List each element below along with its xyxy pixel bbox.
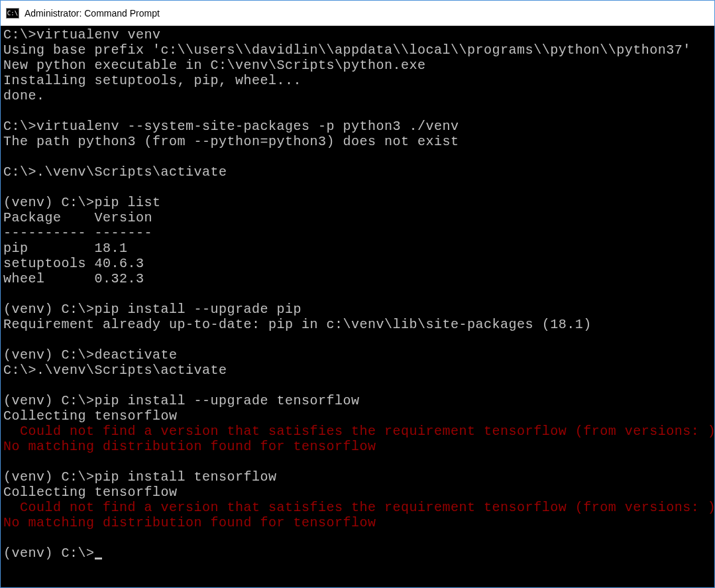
terminal-output[interactable]: C:\>virtualenv venv Using base prefix 'c… <box>1 26 714 587</box>
terminal-line: C:\>virtualenv venv <box>3 27 161 42</box>
terminal-line: No matching distribution found for tenso… <box>3 515 376 530</box>
terminal-line: No matching distribution found for tenso… <box>3 439 376 454</box>
terminal-line: Installing setuptools, pip, wheel... <box>3 73 302 88</box>
window-title: Administrator: Command Prompt <box>25 8 160 19</box>
terminal-line: C:\>.\venv\Scripts\activate <box>3 363 227 378</box>
terminal-line: (venv) C:\>deactivate <box>3 347 178 363</box>
terminal-line: wheel 0.32.3 <box>3 271 144 286</box>
terminal-line: ---------- ------- <box>3 225 152 241</box>
terminal-line: Could not find a version that satisfies … <box>3 424 714 439</box>
terminal-line: New python executable in C:\venv\Scripts… <box>3 58 426 73</box>
terminal-line: Collecting tensorflow <box>3 408 178 424</box>
terminal-line: (venv) C:\>pip list <box>3 195 161 210</box>
cmd-icon: C:\ <box>6 8 19 19</box>
terminal-line: Package Version <box>3 210 152 225</box>
terminal-line: (venv) C:\>pip install --upgrade pip <box>3 302 302 317</box>
terminal-line: C:\>virtualenv --system-site-packages -p… <box>3 119 459 134</box>
terminal-line: done. <box>3 88 45 103</box>
terminal-line: Could not find a version that satisfies … <box>3 500 714 515</box>
terminal-line: Using base prefix 'c:\\users\\davidlin\\… <box>3 42 691 58</box>
terminal-prompt: (venv) C:\> <box>3 546 95 561</box>
terminal-line: setuptools 40.6.3 <box>3 256 144 271</box>
cursor <box>95 558 102 559</box>
terminal-line: The path python3 (from --python=python3)… <box>3 134 459 149</box>
terminal-line: Collecting tensorflow <box>3 485 178 500</box>
terminal-line: (venv) C:\>pip install tensorflow <box>3 469 277 485</box>
window-titlebar[interactable]: C:\ Administrator: Command Prompt <box>1 1 714 26</box>
terminal-line: C:\>.\venv\Scripts\activate <box>3 164 227 180</box>
terminal-line: Requirement already up-to-date: pip in c… <box>3 317 592 332</box>
terminal-line: (venv) C:\>pip install --upgrade tensorf… <box>3 393 360 408</box>
terminal-line: pip 18.1 <box>3 241 128 256</box>
